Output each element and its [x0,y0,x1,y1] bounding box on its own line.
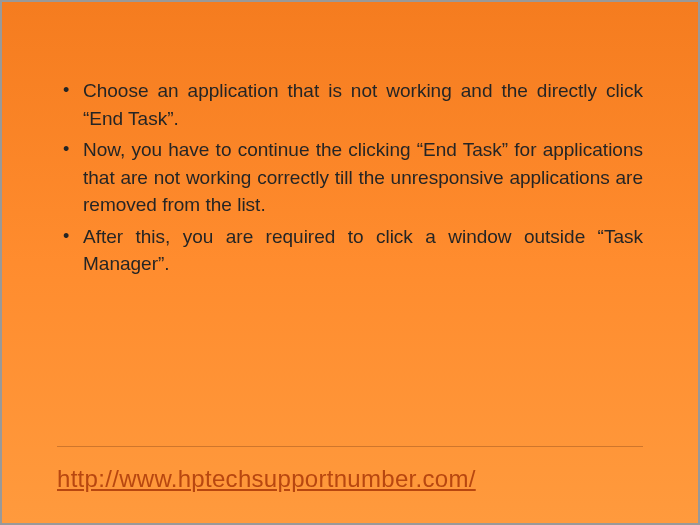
list-item: Now, you have to continue the clicking “… [57,136,643,219]
content-area: Choose an application that is not workin… [2,2,698,446]
bullet-text: Choose an application that is not workin… [83,80,643,129]
footer-area: http://www.hptechsupportnumber.com/ [2,446,698,523]
bullet-list: Choose an application that is not workin… [57,77,643,278]
slide: Choose an application that is not workin… [0,0,700,525]
list-item: Choose an application that is not workin… [57,77,643,132]
divider [57,446,643,447]
footer-link[interactable]: http://www.hptechsupportnumber.com/ [57,465,476,492]
bullet-text: After this, you are required to click a … [83,226,643,275]
list-item: After this, you are required to click a … [57,223,643,278]
bullet-text: Now, you have to continue the clicking “… [83,139,643,215]
